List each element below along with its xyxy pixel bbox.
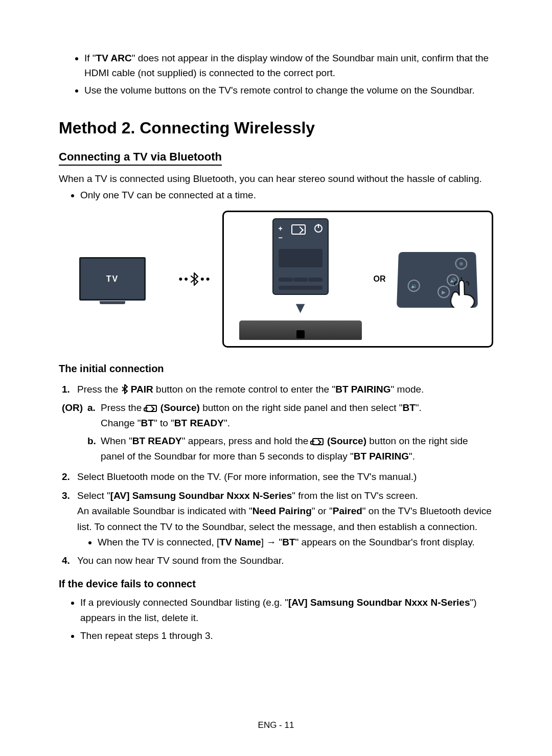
steps-list: 1. Press the PAIR button on the remote c… — [62, 382, 493, 569]
fail-item-2: Then repeat steps 1 through 3. — [80, 628, 493, 644]
fail-item-1: If a previously connected Soundbar listi… — [80, 595, 493, 626]
remote-illustration: +− — [272, 218, 329, 295]
source-icon — [146, 405, 157, 412]
step-b: b. When "BT READY" appears, press and ho… — [87, 433, 493, 465]
or-separator: OR — [374, 274, 386, 284]
top-note-1: If "TV ARC" does not appear in the displ… — [84, 51, 493, 80]
step-1: 1. Press the PAIR button on the remote c… — [62, 382, 493, 397]
bluetooth-signal-icon: •• •• — [171, 211, 217, 348]
bluetooth-icon — [190, 272, 199, 286]
source-icon — [312, 438, 324, 445]
bluetooth-icon — [121, 384, 128, 394]
intro-bullet: Only one TV can be connected at a time. — [80, 188, 493, 203]
bluetooth-subheading: Connecting a TV via Bluetooth — [59, 150, 222, 166]
fail-heading: If the device fails to connect — [59, 578, 493, 590]
intro-text: When a TV is connected using Bluetooth, … — [59, 172, 493, 187]
intro-bullet-list: Only one TV can be connected at a time. — [70, 188, 493, 203]
top-notes-list: If "TV ARC" does not appear in the displ… — [74, 51, 493, 98]
tv-illustration: TV — [59, 211, 166, 348]
method-heading: Method 2. Connecting Wirelessly — [59, 119, 493, 138]
step-4: 4. You can now hear TV sound from the So… — [62, 553, 493, 568]
remote-and-soundbar: +− ▼ — [239, 218, 362, 340]
step-3-sub-bullet: When the TV is connected, [TV Name] → "B… — [98, 535, 493, 550]
fail-list: If a previously connected Soundbar listi… — [70, 595, 493, 644]
soundbar-illustration — [239, 320, 362, 340]
power-icon — [314, 224, 323, 233]
hand-press-icon — [443, 274, 477, 308]
source-icon — [291, 224, 306, 235]
page-footer: ENG - 11 — [0, 720, 552, 730]
step-3: 3. Select "[AV] Samsung Soundbar Nxxx N-… — [62, 488, 493, 551]
connection-diagram: TV •• •• +− ▼ OR ✻ — [59, 211, 493, 348]
initial-connection-heading: The initial connection — [59, 363, 493, 375]
step-or: (OR) a. Press the (Source) button on the… — [62, 400, 493, 467]
step-2: 2. Select Bluetooth mode on the TV. (For… — [62, 469, 493, 485]
arrow-down-icon: ▼ — [293, 299, 308, 316]
step-a: a. Press the (Source) button on the righ… — [87, 400, 493, 431]
touch-panel-illustration: ✻ 🔊 ▶ 🔉 — [396, 251, 477, 307]
device-options-frame: +− ▼ OR ✻ 🔊 ▶ 🔉 — [222, 211, 493, 348]
top-note-2: Use the volume buttons on the TV's remot… — [84, 83, 493, 98]
